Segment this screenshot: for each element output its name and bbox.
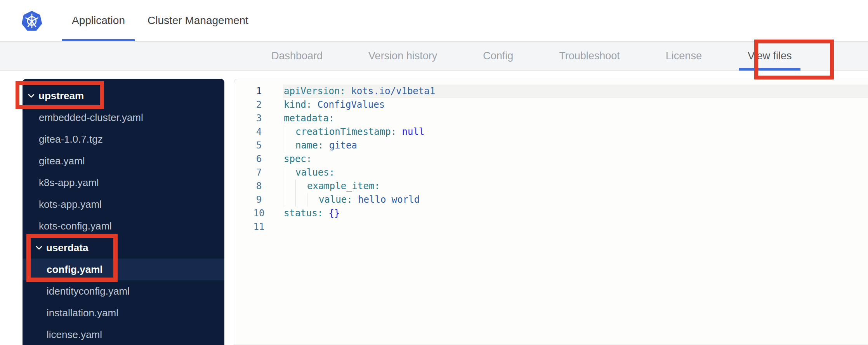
kubernetes-logo <box>21 10 42 33</box>
token-key: name: <box>295 140 323 151</box>
line-content: kind: ConfigValues <box>283 98 868 112</box>
tree-file-gitea.yaml[interactable]: gitea.yaml <box>23 150 224 172</box>
token-val: ConfigValues <box>318 99 385 110</box>
line-content: status: {} <box>283 207 868 220</box>
token-val: kots.io/v1beta1 <box>351 86 435 97</box>
line-content: value: hello world <box>283 193 868 207</box>
code-line-10[interactable]: 10status: {} <box>234 207 868 220</box>
line-number: 8 <box>246 179 272 193</box>
tree-item-label: kots-config.yaml <box>39 220 112 232</box>
tree-file-embedded-cluster.yaml[interactable]: embedded-cluster.yaml <box>23 107 224 128</box>
line-number: 1 <box>246 85 272 98</box>
tree-item-label: installation.yaml <box>47 307 118 319</box>
code-line-11[interactable]: 11 <box>234 220 868 234</box>
line-content: creationTimestamp: null <box>283 125 868 139</box>
tree-file-identityconfig.yaml[interactable]: identityconfig.yaml <box>23 280 224 302</box>
tree-file-installation.yaml[interactable]: installation.yaml <box>23 302 224 324</box>
tree-item-label: k8s-app.yaml <box>39 177 99 189</box>
token-key: metadata: <box>284 113 334 124</box>
token-key: kind: <box>284 99 312 110</box>
tab-license[interactable]: License <box>666 41 702 71</box>
code-line-6[interactable]: 6spec: <box>234 152 868 166</box>
file-tree: upstreamembedded-cluster.yamlgitea-1.0.7… <box>23 85 224 345</box>
indent-guide <box>284 125 295 139</box>
indent-guide <box>284 179 295 193</box>
kots-admin-console: { "top_nav": { "tabs": [ {"label": "Appl… <box>0 0 868 345</box>
code-line-3[interactable]: 3metadata: <box>234 112 868 125</box>
line-number: 7 <box>246 166 272 179</box>
line-content: metadata: <box>283 112 868 125</box>
line-number: 11 <box>246 220 272 234</box>
tree-file-license.yaml[interactable]: license.yaml <box>23 324 224 345</box>
tree-file-kots-config.yaml[interactable]: kots-config.yaml <box>23 215 224 237</box>
tree-folder-upstream[interactable]: upstream <box>23 85 224 107</box>
tree-item-label: embedded-cluster.yaml <box>39 112 143 124</box>
token-kw: null <box>402 126 425 137</box>
code-line-2[interactable]: 2kind: ConfigValues <box>234 98 868 112</box>
chevron-down-icon <box>28 94 35 98</box>
tree-item-label: gitea-1.0.7.tgz <box>39 133 103 145</box>
file-tree-sidebar: upstreamembedded-cluster.yamlgitea-1.0.7… <box>23 79 224 345</box>
tab-version-history[interactable]: Version history <box>368 41 437 71</box>
token-key: example_item: <box>307 181 380 191</box>
tree-item-label: kots-app.yaml <box>39 198 102 210</box>
tree-item-label: config.yaml <box>47 264 102 276</box>
line-number: 10 <box>246 207 272 220</box>
code-line-8[interactable]: 8example_item: <box>234 179 868 193</box>
indent-guide <box>307 193 319 207</box>
tree-file-config.yaml[interactable]: config.yaml <box>23 259 224 280</box>
tab-dashboard[interactable]: Dashboard <box>271 41 323 71</box>
line-content <box>283 220 868 234</box>
line-content: example_item: <box>283 179 868 193</box>
indent-guide <box>284 139 295 152</box>
token-key: values: <box>295 167 335 178</box>
code-line-9[interactable]: 9value: hello world <box>234 193 868 207</box>
code-line-1[interactable]: 1apiVersion: kots.io/v1beta1 <box>234 85 868 98</box>
line-number: 3 <box>246 112 272 125</box>
line-number: 2 <box>246 98 272 112</box>
tree-folder-userdata[interactable]: userdata <box>23 237 224 259</box>
token-sp <box>345 86 351 97</box>
tree-item-label: identityconfig.yaml <box>47 285 130 297</box>
indent-guide <box>295 179 307 193</box>
line-content: name: gitea <box>283 139 868 152</box>
token-key: creationTimestamp: <box>295 126 396 137</box>
token-sp <box>323 208 328 219</box>
token-sp <box>312 99 317 110</box>
line-number: 4 <box>246 125 272 139</box>
token-sp <box>352 194 358 205</box>
token-key: spec: <box>284 154 312 164</box>
indent-guide <box>284 193 295 207</box>
line-content: apiVersion: kots.io/v1beta1 <box>283 85 868 98</box>
indent-guide <box>295 193 307 207</box>
token-key: apiVersion: <box>284 86 345 97</box>
token-val: gitea <box>329 140 357 151</box>
token-sp <box>396 126 402 137</box>
token-val: hello world <box>358 194 420 205</box>
tab-view-files[interactable]: View files <box>748 41 792 71</box>
line-content: spec: <box>283 152 868 166</box>
chevron-down-icon <box>36 246 42 250</box>
line-content: values: <box>283 166 868 179</box>
indent-guide <box>284 166 295 179</box>
line-number: 5 <box>246 139 272 152</box>
tab-troubleshoot[interactable]: Troubleshoot <box>559 41 620 71</box>
tab-application[interactable]: Application <box>62 0 135 41</box>
top-nav-tabs: Application Cluster Management <box>62 0 258 41</box>
line-number: 6 <box>246 152 272 166</box>
tree-item-label: license.yaml <box>47 329 102 341</box>
wheel-hub <box>30 19 33 22</box>
app-nav: Dashboard Version history Config Trouble… <box>0 41 868 71</box>
tab-cluster-management[interactable]: Cluster Management <box>138 0 258 41</box>
top-nav: Application Cluster Management <box>0 0 868 41</box>
tree-file-kots-app.yaml[interactable]: kots-app.yaml <box>23 193 224 215</box>
tab-config[interactable]: Config <box>483 41 513 71</box>
tree-file-k8s-app.yaml[interactable]: k8s-app.yaml <box>23 172 224 193</box>
code-line-4[interactable]: 4creationTimestamp: null <box>234 125 868 139</box>
tree-file-gitea-1.0.7.tgz[interactable]: gitea-1.0.7.tgz <box>23 128 224 150</box>
file-editor[interactable]: 1apiVersion: kots.io/v1beta12kind: Confi… <box>234 79 868 345</box>
token-key: value: <box>319 194 352 205</box>
code-line-7[interactable]: 7values: <box>234 166 868 179</box>
code-line-5[interactable]: 5name: gitea <box>234 139 868 152</box>
token-key: status: <box>284 208 323 219</box>
